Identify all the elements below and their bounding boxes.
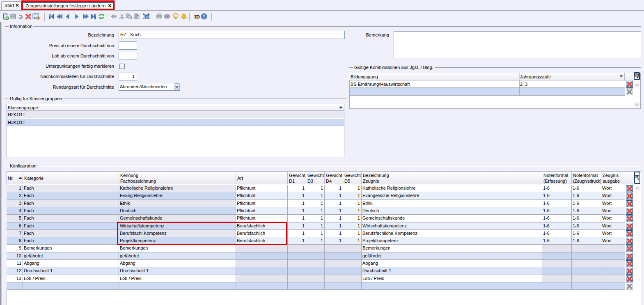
svg-text:?: ?: [203, 14, 205, 19]
